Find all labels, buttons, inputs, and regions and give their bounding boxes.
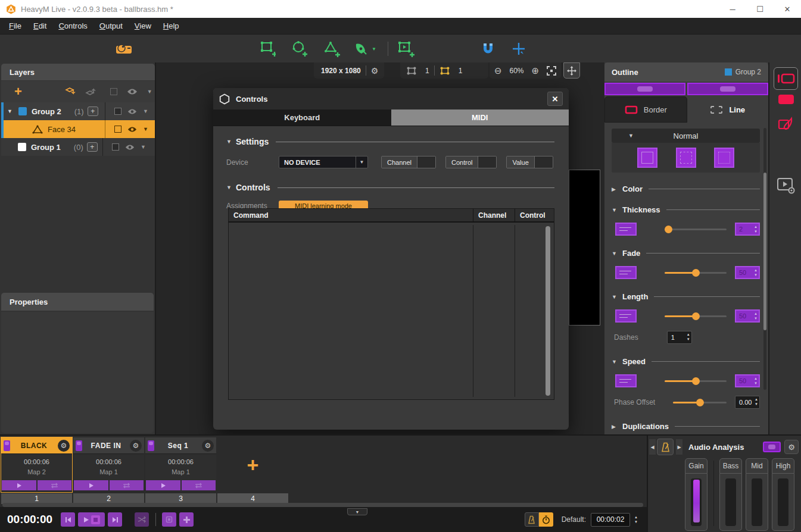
sequence-slot-black[interactable]: BLACK ⚙ 00:00:06 Map 2: [1, 437, 72, 492]
add-player-button[interactable]: [396, 39, 415, 58]
effects-mode-button[interactable]: [777, 116, 795, 134]
audio-analysis-toggle[interactable]: [763, 442, 781, 452]
group1-color-swatch[interactable]: [18, 143, 26, 151]
channel-value-field[interactable]: [417, 157, 435, 168]
sequencer-collapse-button[interactable]: ▼: [347, 508, 367, 515]
pen-tool-button[interactable]: [351, 39, 370, 58]
length-style-swatch[interactable]: [615, 309, 637, 323]
controls-section-header[interactable]: ▼ Controls: [226, 183, 554, 192]
add-triangle-button[interactable]: [322, 39, 341, 58]
quick-sequence-button[interactable]: [162, 512, 176, 527]
black-loop-button[interactable]: [38, 480, 72, 490]
seq1-sequence-gear-icon[interactable]: ⚙: [202, 440, 214, 452]
menu-file[interactable]: File: [4, 19, 27, 33]
add-point-button[interactable]: [509, 39, 528, 58]
group1-solo-checkbox[interactable]: [112, 143, 119, 151]
column-header-control[interactable]: Control: [515, 209, 554, 221]
tab-midi-active[interactable]: MIDI: [391, 109, 569, 126]
dashes-input[interactable]: 1▲▼: [667, 331, 692, 344]
fade-slider[interactable]: [665, 272, 727, 274]
sequence-slot-seq1[interactable]: Seq 1 ⚙ 00:00:06 Map 1: [145, 437, 216, 492]
menu-controls[interactable]: Controls: [53, 19, 92, 33]
black-sequence-gear-icon[interactable]: ⚙: [58, 440, 70, 452]
skip-back-button[interactable]: [61, 512, 75, 527]
layer-row-group1[interactable]: Group 1 (0) + ▼: [1, 138, 155, 156]
thickness-style-swatch[interactable]: [615, 223, 637, 236]
fill-mode-button[interactable]: [778, 94, 794, 105]
section-color[interactable]: ▶ Color: [612, 184, 760, 193]
group2-options-chevron[interactable]: ▼: [143, 108, 148, 114]
shuffle-button[interactable]: [135, 512, 149, 527]
add-layer-button[interactable]: +: [14, 84, 22, 99]
thickness-slider[interactable]: [665, 229, 727, 230]
outline-panel-scrollbar[interactable]: [763, 128, 766, 390]
value-value-field[interactable]: [534, 157, 553, 168]
settings-section-header[interactable]: ▼ Settings: [226, 137, 554, 146]
add-quad-button[interactable]: [258, 39, 277, 58]
group2-expand-chevron[interactable]: ▼: [7, 108, 13, 114]
speed-slider[interactable]: [665, 380, 727, 382]
sequence-slot-fadein[interactable]: FADE IN ⚙ 00:00:06 Map 1: [73, 437, 144, 492]
beat-sync-toggle[interactable]: [525, 512, 539, 527]
face34-solo-checkbox[interactable]: [114, 126, 121, 133]
group1-options-chevron[interactable]: ▼: [141, 144, 146, 150]
blend-mode-select[interactable]: ▼ Normal: [612, 129, 760, 143]
face34-name[interactable]: Face 34: [48, 125, 76, 134]
outline-mode-button-selected[interactable]: [774, 67, 798, 90]
zoom-out-icon[interactable]: ⊖: [494, 65, 502, 76]
layers-visibility-all-icon[interactable]: [127, 88, 138, 95]
mid-fader[interactable]: Mid: [746, 458, 768, 531]
close-button[interactable]: ✕: [774, 0, 801, 18]
control-value-field[interactable]: [478, 157, 496, 168]
bass-fader[interactable]: Bass: [719, 458, 742, 531]
menu-view[interactable]: View: [129, 19, 157, 33]
group2-solo-checkbox[interactable]: [114, 108, 121, 115]
add-quick-sequence-button[interactable]: [179, 512, 194, 527]
section-duplications[interactable]: ▶ Duplications: [612, 422, 760, 431]
audio-settings-gear-icon[interactable]: ⚙: [784, 440, 799, 454]
line-style-preview-2[interactable]: [676, 148, 696, 168]
fadein-loop-button[interactable]: [110, 480, 144, 490]
length-value-box[interactable]: 50▲▼: [735, 309, 760, 323]
section-thickness[interactable]: ▼ Thickness: [612, 205, 760, 214]
audio-metronome-button[interactable]: [657, 439, 674, 455]
sequencer-horizontal-scrollbar[interactable]: [2, 503, 643, 507]
seq1-loop-button[interactable]: [182, 480, 216, 490]
group2-add-button[interactable]: +: [88, 107, 98, 116]
move-layer-up-icon[interactable]: [85, 87, 97, 96]
fade-value-box[interactable]: 50▲▼: [735, 266, 760, 279]
controls-dialog-titlebar[interactable]: Controls ✕: [213, 88, 569, 109]
player-settings-button[interactable]: [777, 177, 796, 195]
layer-row-group2[interactable]: ▼ Group 2 (1) + ▼: [1, 102, 155, 120]
audio-panel-next-arrow[interactable]: ▶: [676, 439, 682, 455]
fit-view-icon[interactable]: [547, 66, 556, 76]
controls-dialog-close-button[interactable]: ✕: [547, 92, 563, 106]
tab-keyboard[interactable]: Keyboard: [213, 109, 391, 126]
column-header-command[interactable]: Command: [229, 209, 473, 221]
default-duration-input[interactable]: 00:00:02 ▲▼: [591, 513, 630, 527]
fadein-play-button[interactable]: [74, 480, 108, 490]
minimize-button[interactable]: ─: [719, 0, 746, 18]
group2-color-swatch[interactable]: [18, 107, 27, 115]
line-style-preview-3[interactable]: [714, 148, 734, 168]
section-length[interactable]: ▼ Length: [612, 292, 760, 301]
maximize-button[interactable]: ☐: [746, 0, 774, 18]
thickness-value-box[interactable]: 2▲▼: [735, 223, 760, 236]
column-header-channel[interactable]: Channel: [473, 209, 515, 221]
border-enable-toggle[interactable]: [604, 83, 685, 95]
fadein-sequence-gear-icon[interactable]: ⚙: [130, 440, 142, 452]
section-speed[interactable]: ▼ Speed: [612, 357, 760, 366]
device-dropdown[interactable]: NO DEVICE ▼: [279, 156, 368, 168]
layer-row-face34-selected[interactable]: Face 34 ▼: [1, 120, 155, 138]
pen-tool-dropdown-arrow[interactable]: ▼: [369, 39, 379, 58]
resolution-settings-gear-icon[interactable]: ⚙: [371, 66, 379, 76]
pan-tool-chip[interactable]: [563, 62, 580, 79]
menu-edit[interactable]: Edit: [28, 19, 52, 33]
skip-forward-button[interactable]: [108, 512, 122, 527]
speed-value-box[interactable]: 50▲▼: [735, 374, 760, 387]
speed-style-swatch[interactable]: [615, 374, 637, 387]
play-stop-button[interactable]: [78, 512, 105, 527]
phase-offset-slider[interactable]: [673, 402, 727, 403]
menu-output[interactable]: Output: [94, 19, 128, 33]
line-enable-toggle[interactable]: [687, 83, 768, 95]
